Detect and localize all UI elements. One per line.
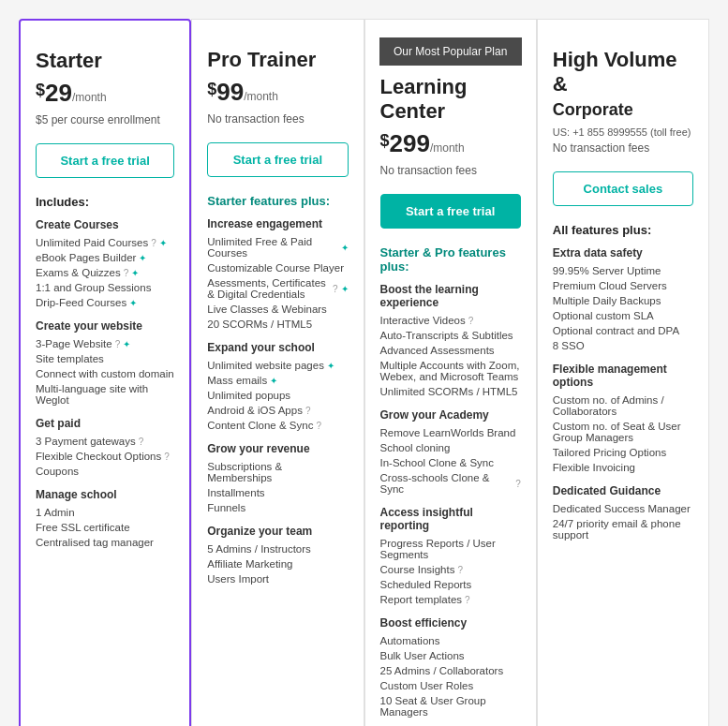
feature-text: Tailored Pricing Options (553, 447, 666, 458)
plan-col-learning-center: Our Most Popular PlanLearning Center $29… (364, 19, 537, 726)
plan-price-learning-center: $299/month (380, 129, 521, 158)
feature-item: 99.95% Server Uptime (553, 263, 693, 278)
feature-item: Asessments, Certificates & Digital Crede… (207, 275, 348, 302)
feature-text: Customizable Course Player (207, 262, 344, 274)
cta-button-starter[interactable]: Start a free trial (36, 143, 174, 178)
feature-text: Custom User Roles (380, 680, 474, 691)
feature-text: Site templates (36, 353, 104, 364)
feature-text: Unlimited website pages (207, 360, 324, 371)
star-icon: ✦ (129, 298, 137, 308)
feature-text: Multiple Accounts with Zoom, Webex, and … (380, 360, 521, 382)
popular-banner: Our Most Popular Plan (379, 37, 522, 66)
feature-text: Unlimited Paid Courses (36, 237, 148, 248)
cta-button-pro-trainer[interactable]: Start a free trial (207, 142, 348, 177)
section-subheader: Grow your revenue (207, 442, 348, 455)
feature-item: 3-Page Website ? ✦ (36, 336, 174, 351)
feature-text: Cross-schools Clone & Sync (380, 472, 513, 495)
feature-item: Custom no. of Seat & User Group Managers (553, 419, 693, 445)
section-subheader: Create Courses (36, 218, 174, 231)
feature-text: In-School Clone & Sync (380, 457, 494, 468)
plan-name-starter: Starter (36, 49, 174, 73)
feature-item: Multiple Daily Backups (553, 293, 693, 308)
feature-item: Unlimited Free & Paid Courses ✦ (207, 234, 348, 260)
feature-item: Cross-schools Clone & Sync ? (380, 470, 521, 496)
feature-text: 3-Page Website (36, 338, 112, 349)
feature-text: Flexible Checkout Options (36, 451, 161, 462)
plan-tagline-starter: $5 per course enrollment (36, 113, 174, 130)
feature-text: Progress Reports / User Segments (380, 538, 521, 560)
feature-text: 25 Admins / Collaborators (380, 665, 504, 676)
feature-item: Scheduled Reports (380, 577, 521, 592)
section-header: Starter features plus: (207, 194, 348, 208)
feature-text: 20 SCORMs / HTML5 (207, 319, 312, 330)
plan-name-pro-trainer: Pro Trainer (207, 48, 348, 72)
section-subheader: Expand your school (207, 341, 348, 354)
feature-item: Installments (207, 485, 348, 500)
feature-text: Free SSL certificate (36, 522, 130, 533)
help-icon: ? (333, 284, 338, 294)
feature-item: Optional contract and DPA (553, 323, 693, 338)
feature-item: Remove LearnWorlds Brand (380, 425, 521, 440)
feature-item: Flexible Invoicing (553, 460, 693, 475)
help-icon: ? (515, 479, 521, 489)
plan-tagline-high-volume: No transaction fees (553, 141, 693, 158)
feature-text: Unlimited SCORMs / HTML5 (380, 386, 518, 397)
cta-button-high-volume[interactable]: Contact sales (553, 171, 693, 206)
section-subheader: Increase engagement (207, 217, 348, 230)
feature-item: 25 Admins / Collaborators (380, 663, 521, 678)
feature-text: 24/7 priority email & phone support (553, 518, 693, 541)
feature-text: Dedicated Success Manager (553, 503, 691, 514)
feature-text: Subscriptions & Memberships (207, 461, 348, 483)
feature-text: Course Insights (380, 564, 455, 575)
feature-item: Users Import (207, 571, 348, 586)
plan-phone: US: +1 855 8999555 (toll free) (553, 126, 693, 138)
feature-text: Optional contract and DPA (553, 325, 679, 336)
feature-text: Automations (380, 635, 440, 646)
feature-text: eBook Pages Builder (36, 252, 136, 263)
feature-item: 10 Seat & User Group Managers (380, 693, 521, 719)
plan-name-learning-center: Learning Center (380, 75, 521, 124)
feature-text: Unlimited Free & Paid Courses (207, 236, 337, 259)
feature-text: Remove LearnWorlds Brand (380, 427, 516, 438)
feature-text: Custom no. of Seat & User Group Managers (553, 421, 693, 443)
feature-text: 5 Admins / Instructors (207, 543, 311, 555)
feature-item: Content Clone & Sync ? (207, 418, 348, 433)
cta-button-learning-center[interactable]: Start a free trial (380, 194, 521, 229)
feature-item: Premium Cloud Servers (553, 278, 693, 293)
feature-item: Android & iOS Apps ? (207, 403, 348, 418)
star-icon: ✦ (139, 253, 146, 263)
feature-item: Progress Reports / User Segments (380, 536, 521, 562)
feature-text: Bulk User Actions (380, 650, 465, 661)
section-subheader: Create your website (36, 319, 174, 333)
feature-text: 10 Seat & User Group Managers (380, 695, 521, 718)
feature-text: Affiliate Marketing (207, 558, 292, 570)
feature-item: Multi-language site with Weglot (36, 381, 174, 407)
section-subheader: Boost efficiency (380, 616, 521, 630)
feature-item: 1 Admin (36, 505, 174, 520)
feature-text: Mass emails (207, 375, 267, 386)
help-icon: ? (457, 565, 463, 575)
plan-tagline-learning-center: No transaction fees (380, 164, 521, 181)
feature-item: Unlimited SCORMs / HTML5 (380, 384, 521, 399)
plan-name-high-volume: High Volume &Corporate (553, 48, 693, 121)
section-subheader: Flexible management options (553, 363, 693, 389)
section-subheader: Extra data safety (553, 246, 693, 259)
feature-text: Centralised tag manager (36, 537, 154, 548)
feature-text: Installments (207, 487, 264, 498)
feature-text: Report templates (380, 594, 463, 605)
star-icon: ✦ (159, 238, 167, 248)
feature-text: Live Classes & Webinars (207, 304, 327, 315)
plan-price-pro-trainer: $99/month (207, 78, 348, 107)
feature-item: Optional custom SLA (553, 308, 693, 323)
feature-item: Mass emails ✦ (207, 373, 348, 388)
feature-text: Multiple Daily Backups (553, 295, 661, 306)
feature-item: Drip-Feed Courses ✦ (36, 295, 174, 310)
section-header: Starter & Pro features plus: (380, 245, 521, 274)
feature-text: Interactive Videos (380, 315, 466, 326)
feature-item: 5 Admins / Instructors (207, 541, 348, 556)
plan-price-starter: $29/month (36, 79, 174, 108)
section-header: Includes: (36, 195, 174, 209)
feature-item: Connect with custom domain (36, 366, 174, 381)
feature-item: Live Classes & Webinars (207, 302, 348, 317)
section-subheader: Manage school (36, 488, 174, 501)
